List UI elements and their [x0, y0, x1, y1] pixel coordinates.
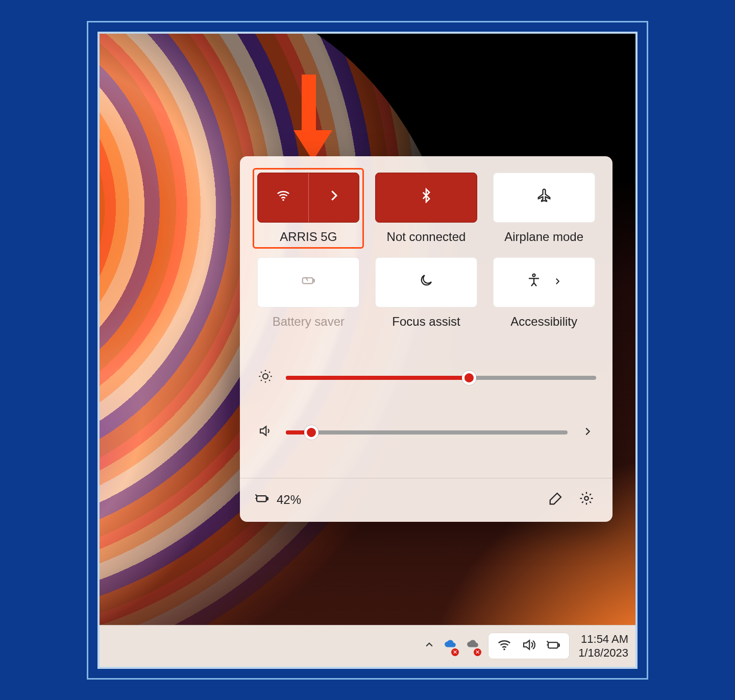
- error-badge-icon: ✕: [451, 648, 459, 656]
- accessibility-tile-label: Accessibility: [492, 315, 596, 329]
- volume-icon: [256, 423, 275, 442]
- battery-plugged-icon: [254, 491, 270, 509]
- volume-slider-thumb[interactable]: [304, 425, 318, 440]
- system-tray-cluster[interactable]: [488, 633, 569, 659]
- svg-rect-2: [313, 279, 315, 282]
- bluetooth-tile-wrap: Not connected: [374, 173, 479, 244]
- svg-point-0: [282, 199, 284, 201]
- onedrive-tray-icon[interactable]: ✕: [444, 638, 457, 654]
- quick-settings-bottom-bar: 42%: [240, 478, 612, 522]
- svg-rect-6: [266, 497, 268, 500]
- svg-point-3: [532, 274, 535, 277]
- volume-slider-row: [256, 423, 596, 442]
- battery-percent-text[interactable]: 42%: [277, 493, 301, 507]
- taskbar: ✕ ✕: [100, 625, 635, 667]
- svg-rect-5: [257, 496, 266, 501]
- airplane-tile-label: Airplane mode: [492, 230, 596, 244]
- battery-tray-icon[interactable]: [546, 637, 561, 655]
- focus-assist-tile-wrap: Focus assist: [374, 257, 479, 329]
- airplane-tile-wrap: Airplane mode: [492, 173, 596, 244]
- svg-point-4: [263, 374, 268, 379]
- airplane-mode-tile[interactable]: [493, 173, 595, 223]
- taskbar-time: 11:54 AM: [578, 632, 628, 646]
- accessibility-tile[interactable]: [493, 257, 595, 307]
- focus-assist-tile-label: Focus assist: [374, 315, 479, 329]
- airplane-icon: [536, 188, 552, 207]
- svg-point-8: [503, 648, 505, 650]
- wifi-tile-label: ARRIS 5G: [257, 230, 359, 244]
- annotated-inner-frame: ARRIS 5G Not connected: [97, 32, 638, 669]
- bluetooth-icon: [419, 188, 434, 207]
- svg-point-7: [584, 496, 589, 500]
- tray-overflow-button[interactable]: [424, 639, 434, 653]
- onedrive-personal-tray-icon[interactable]: ✕: [466, 638, 479, 654]
- moon-icon: [419, 273, 434, 292]
- wifi-tray-icon[interactable]: [497, 637, 512, 655]
- annotation-highlight-box: ARRIS 5G: [253, 168, 364, 249]
- battery-saver-tile: [257, 257, 359, 307]
- edit-quick-settings-button[interactable]: [544, 489, 568, 512]
- battery-saver-icon: [301, 273, 316, 292]
- battery-saver-tile-label: Battery saver: [256, 315, 361, 329]
- brightness-slider[interactable]: [286, 376, 596, 380]
- error-badge-icon: ✕: [474, 648, 481, 656]
- wifi-icon: [276, 188, 291, 207]
- focus-assist-tile[interactable]: [375, 257, 477, 307]
- brightness-slider-thumb[interactable]: [462, 371, 476, 385]
- svg-rect-9: [548, 642, 558, 648]
- wifi-networks-button[interactable]: [309, 173, 359, 222]
- bluetooth-tile[interactable]: [375, 173, 477, 223]
- wifi-toggle-button[interactable]: [258, 173, 308, 222]
- taskbar-date: 1/18/2023: [578, 646, 628, 660]
- quick-settings-tile-grid: ARRIS 5G Not connected: [256, 173, 596, 329]
- volume-tray-icon[interactable]: [521, 637, 536, 655]
- brightness-icon: [256, 369, 275, 388]
- battery-saver-tile-wrap: Battery saver: [256, 257, 361, 329]
- svg-rect-10: [558, 644, 560, 646]
- wifi-tile-wrap: ARRIS 5G: [256, 173, 361, 244]
- chevron-right-icon: [326, 188, 341, 207]
- brightness-slider-fill: [286, 376, 469, 380]
- wifi-tile[interactable]: [257, 173, 359, 223]
- volume-output-button[interactable]: [579, 425, 596, 441]
- accessibility-icon: [526, 273, 542, 292]
- settings-button[interactable]: [575, 489, 598, 512]
- chevron-right-icon: [553, 276, 562, 289]
- quick-settings-panel: ARRIS 5G Not connected: [240, 156, 612, 522]
- brightness-slider-row: [256, 369, 596, 388]
- sliders-section: [256, 369, 596, 442]
- accessibility-tile-wrap: Accessibility: [492, 257, 596, 329]
- annotated-outer-frame: ARRIS 5G Not connected: [87, 21, 648, 680]
- volume-slider[interactable]: [286, 430, 568, 435]
- bluetooth-tile-label: Not connected: [374, 230, 479, 244]
- taskbar-clock[interactable]: 11:54 AM 1/18/2023: [578, 632, 628, 660]
